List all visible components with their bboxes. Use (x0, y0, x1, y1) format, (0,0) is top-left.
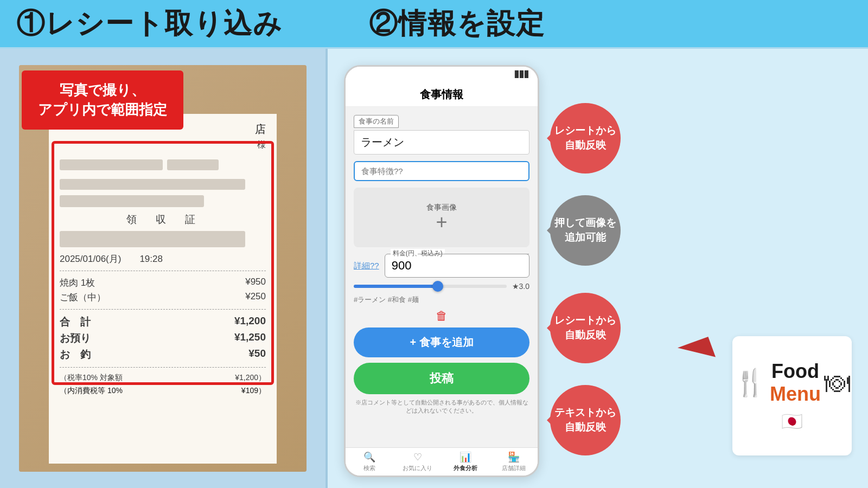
tax-note-2: （内消費税等 10% ¥109） (60, 386, 266, 396)
right-panel: ▊▊▊ 食事情報 食事の名前 食事画像 + (328, 49, 868, 488)
tax-note-2-val: ¥109） (241, 386, 266, 396)
post-button[interactable]: 投稿 (354, 363, 529, 394)
bubble-3-wrapper: レシートから自動反映 (550, 293, 621, 363)
header-left: ①レシート取り込み (0, 0, 326, 49)
food-name-input[interactable] (354, 130, 529, 155)
slider-thumb[interactable] (432, 281, 443, 292)
disclaimer: ※店コメント等として自動公開される事があるので、個人情報などは入れないでください… (354, 399, 529, 415)
left-circle-num: ① (16, 8, 46, 39)
food-menu-icon-row: 🍴 Food Menu 🍽 (734, 360, 850, 406)
footer-item-store[interactable]: 🏪 店舗詳細 (490, 448, 538, 476)
rating-row: ★3.0 (354, 282, 529, 291)
details-link[interactable]: 詳細?? (354, 261, 379, 271)
feature-input[interactable] (354, 161, 529, 181)
receipt-selection-box (52, 141, 274, 385)
phone-status-bar: ▊▊▊ (346, 67, 538, 82)
search-footer-icon: 🔍 (363, 451, 375, 463)
image-upload-area[interactable]: 食事画像 + (354, 188, 529, 247)
phone-header: 食事情報 (346, 82, 538, 107)
phone-header-title: 食事情報 (420, 88, 463, 100)
favorites-footer-icon: ♡ (413, 451, 422, 463)
bubble-2-wrapper: 押して画像を追加可能 (550, 195, 621, 266)
footer-search-label: 検索 (363, 464, 375, 472)
left-panel: 写真で撮り、アプリ内で範囲指定 店 様 領 収 証 2025/01/06(月) … (0, 49, 326, 488)
left-header-title: ①レシート取り込み (16, 5, 283, 43)
rating-label: ★3.0 (512, 282, 529, 291)
phone-body: 食事の名前 食事画像 + 詳細?? 料金(円、税込み) (346, 107, 538, 447)
add-image-icon: + (436, 213, 447, 232)
bubble-receipt-auto-2: レシートから自動反映 (550, 293, 621, 363)
footer-store-label: 店舗詳細 (502, 464, 526, 472)
header-row: ①レシート取り込み ②情報を設定 (0, 0, 868, 49)
price-row: 詳細?? 料金(円、税込み) 900 (354, 254, 529, 278)
feature-group (354, 161, 529, 181)
slider-fill (354, 285, 438, 288)
bubble-receipt-auto-1: レシートから自動反映 (550, 103, 621, 174)
add-meal-button[interactable]: + 食事を追加 (354, 328, 529, 357)
footer-favorites-label: お気に入り (403, 464, 432, 472)
footer-item-analysis[interactable]: 📊 外食分析 (442, 448, 490, 476)
food-menu-card: 🍴 Food Menu 🍽 🇯🇵 (732, 336, 852, 455)
delete-button-row: 🗑 (354, 309, 529, 323)
food-name-label: 食事の名前 (354, 115, 399, 128)
tax-note-2-label: （内消費税等 10% (60, 386, 123, 396)
hashtags: #ラーメン #和食 #麺 (354, 295, 529, 305)
right-circle-num: ② (369, 8, 398, 39)
right-header-title: ②情報を設定 (369, 5, 545, 43)
footer-item-favorites[interactable]: ♡ お気に入り (394, 448, 442, 476)
bubble-text-auto: テキストから自動反映 (550, 385, 621, 455)
battery-icon: ▊▊▊ (515, 70, 529, 78)
menu-text: Menu (770, 383, 821, 406)
header-right: ②情報を設定 (326, 0, 868, 49)
japan-flag: 🇯🇵 (781, 411, 803, 432)
price-line-top (418, 254, 529, 254)
bubble-image-add: 押して画像を追加可能 (550, 195, 621, 266)
price-value: 900 (392, 259, 412, 272)
food-name-group: 食事の名前 (354, 115, 529, 155)
price-box: 料金(円、税込み) 900 (385, 254, 529, 278)
knife-icon: 🍽 (824, 368, 850, 398)
rating-slider[interactable] (354, 285, 507, 288)
fork-icon: 🍴 (734, 368, 767, 398)
food-menu-text: Food Menu (770, 360, 821, 406)
bubble-4-wrapper: テキストから自動反映 (550, 385, 621, 455)
footer-item-search[interactable]: 🔍 検索 (346, 448, 394, 476)
phone-footer: 🔍 検索 ♡ お気に入り 📊 外食分析 🏪 店舗詳細 (346, 447, 538, 476)
delete-icon[interactable]: 🗑 (436, 309, 448, 323)
analysis-footer-icon: 📊 (459, 451, 471, 463)
store-footer-icon: 🏪 (508, 451, 520, 463)
instruction-label: 写真で撮り、アプリ内で範囲指定 (22, 70, 183, 130)
main-content: 写真で撮り、アプリ内で範囲指定 店 様 領 収 証 2025/01/06(月) … (0, 49, 868, 488)
bubble-1-wrapper: レシートから自動反映 (550, 103, 621, 174)
food-text: Food (770, 360, 821, 383)
phone-mockup: ▊▊▊ 食事情報 食事の名前 食事画像 + (344, 65, 539, 477)
footer-analysis-label: 外食分析 (454, 464, 477, 472)
